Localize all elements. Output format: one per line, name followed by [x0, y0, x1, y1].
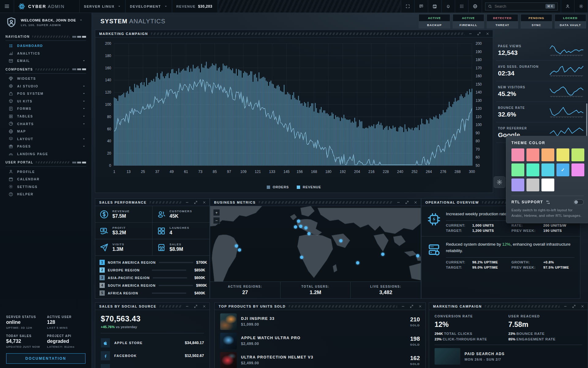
fullscreen-button[interactable] — [401, 0, 415, 13]
map-location-dot[interactable] — [381, 253, 385, 256]
social-source-row[interactable]: FACEBOOK $12,502.67 — [101, 349, 204, 362]
region-row[interactable]: 4 SOUTH AMERICA REGION $900K — [100, 282, 205, 289]
color-swatch[interactable] — [511, 163, 524, 176]
sidebar-nav-item[interactable]: FORMS — [0, 105, 92, 113]
apps-grid-button[interactable] — [455, 0, 469, 13]
region-row[interactable]: 3 ASIA-PACIFIC REGION $600K — [100, 274, 205, 282]
product-row[interactable]: APPLE WATCH ULTRA PRO $2,499.00 198 SOLD — [215, 331, 425, 351]
panel-close-button[interactable] — [417, 304, 423, 309]
campaign-stat-line: 85% ENGAGEMENT RATE — [508, 337, 582, 341]
messages-button[interactable] — [415, 0, 428, 13]
panel-close-button[interactable] — [202, 200, 207, 205]
color-swatch[interactable] — [511, 148, 524, 161]
sidebar-nav-item[interactable]: ANALYTICS — [0, 50, 92, 57]
map-zoom-in-button[interactable]: + — [213, 209, 220, 216]
panel-expand-button[interactable] — [193, 200, 198, 205]
search-box[interactable]: ⌘ K — [485, 2, 558, 10]
sidebar-nav-item[interactable]: TABLES — [0, 113, 92, 120]
panel-minimize-button[interactable] — [396, 200, 401, 205]
calendar-button[interactable]: 19 — [428, 0, 442, 13]
status-badge[interactable]: ACTIVE BACKUP — [419, 14, 450, 29]
search-input[interactable] — [495, 4, 543, 9]
color-swatch[interactable] — [526, 163, 539, 176]
sidebar-nav-item[interactable]: EMAIL — [0, 57, 92, 65]
map-location-dot[interactable] — [235, 244, 238, 248]
theme-settings-button[interactable] — [494, 176, 505, 188]
sidebar-nav-item[interactable]: SETTINGS — [0, 183, 92, 191]
sidebar-nav-item[interactable]: DASHBOARD — [0, 42, 92, 50]
user-menu-button[interactable] — [561, 0, 575, 13]
panel-minimize-button[interactable] — [468, 31, 473, 36]
campaign-stat-lines: 294K TOTAL CLICKS 23% BOUNCE RATE 23% CL… — [435, 332, 582, 341]
map-zoom-out-button[interactable]: − — [213, 217, 220, 224]
product-row[interactable]: ULTRA PROTECTION HELMET V3 $2,499.00 162… — [215, 351, 425, 368]
panel-close-button[interactable] — [202, 304, 207, 309]
product-row[interactable]: DJI INSPIRE 33 $1,099.00 210 SOLD — [215, 312, 425, 331]
map-location-dot[interactable] — [300, 256, 303, 259]
sidebar-nav-item[interactable]: CHARTS — [0, 120, 92, 128]
sidebar-nav-item[interactable]: CALENDAR — [0, 175, 92, 183]
panel-minimize-button[interactable] — [184, 304, 190, 309]
status-badge[interactable]: ACTIVE FIREWALL — [453, 14, 484, 29]
sidebar-nav-item[interactable]: UI KITS — [0, 98, 92, 105]
hamburger-menu-button[interactable] — [0, 0, 14, 13]
status-badge[interactable]: PENDING SYNC — [521, 14, 552, 29]
panel-expand-button[interactable] — [404, 200, 410, 205]
campaign-row[interactable]: PAID SEARCH ADS MON 26/6 - SUN 2/7 — [435, 348, 582, 365]
panel-minimize-button[interactable] — [400, 304, 406, 309]
rtl-toggle[interactable] — [573, 199, 584, 205]
panel-expand-button[interactable] — [193, 304, 198, 309]
map-location-dot[interactable] — [304, 226, 308, 230]
map-location-dot[interactable] — [294, 225, 297, 228]
region-row[interactable]: 1 NORTH AMERICA REGION $700K — [100, 259, 205, 266]
color-swatch[interactable] — [571, 148, 584, 161]
map-location-dot[interactable] — [339, 239, 342, 243]
panel-close-button[interactable] — [413, 200, 418, 205]
panel-close-button[interactable] — [580, 304, 585, 309]
map-location-dot[interactable] — [238, 248, 241, 251]
sidebar-nav-item[interactable]: POS SYSTEM — [0, 90, 92, 98]
brand[interactable]: CYBER ADMIN — [14, 0, 80, 13]
language-button[interactable] — [469, 0, 482, 13]
documentation-button[interactable]: DOCUMENTATION — [6, 353, 85, 364]
sidebar-nav-item[interactable]: PROFILE — [0, 168, 92, 175]
status-badge[interactable]: LOCKED DATA VAULT — [555, 14, 586, 29]
color-swatch[interactable]: ✓ — [556, 163, 569, 176]
map-location-dot[interactable] — [297, 220, 300, 223]
server-select[interactable]: SERVER LINUX — [80, 0, 126, 13]
panel-expand-button[interactable] — [571, 304, 577, 309]
settings-button[interactable] — [575, 0, 588, 13]
sidebar-nav-item[interactable]: MAP — [0, 128, 92, 135]
region-row[interactable]: 2 EUROPE REGION $850K — [100, 266, 205, 274]
panel-expand-button[interactable] — [476, 31, 482, 36]
sidebar-nav-item[interactable]: WIDGETS — [0, 75, 92, 82]
environment-select[interactable]: DEVELOPMENT — [126, 0, 172, 13]
map-location-dot[interactable] — [299, 225, 302, 228]
status-badge[interactable]: DETECTED THREAT — [487, 14, 518, 29]
map-location-dot[interactable] — [356, 261, 359, 264]
panel-expand-button[interactable] — [409, 304, 414, 309]
user-welcome[interactable]: WELCOME BACK, JOHN DOE LVL 100. SUPER AD… — [0, 13, 92, 32]
social-source-row-clipped[interactable] — [101, 362, 204, 368]
color-swatch[interactable] — [541, 178, 554, 191]
color-swatch[interactable] — [526, 148, 539, 161]
sidebar-nav-item[interactable]: PAGES — [0, 143, 92, 150]
sidebar-nav-item[interactable]: AI STUDIO — [0, 82, 92, 90]
sidebar-nav-item[interactable]: LANDING PAGE — [0, 150, 92, 158]
panel-minimize-button[interactable] — [563, 304, 568, 309]
panel-minimize-button[interactable] — [184, 200, 190, 205]
map-location-dot[interactable] — [416, 254, 419, 258]
color-swatch[interactable] — [511, 178, 524, 191]
social-source-row[interactable]: APPLE STORE $34,840.17 — [101, 336, 204, 349]
color-swatch[interactable] — [571, 163, 584, 176]
color-swatch[interactable] — [541, 148, 554, 161]
notifications-button[interactable] — [442, 0, 455, 13]
color-swatch[interactable] — [541, 163, 554, 176]
panel-close-button[interactable] — [485, 31, 490, 36]
color-swatch[interactable] — [526, 178, 539, 191]
color-swatch[interactable] — [556, 148, 569, 161]
sidebar-nav-item[interactable]: HELPER — [0, 190, 92, 198]
region-row[interactable]: 5 AFRICA REGION $400K — [100, 289, 205, 297]
sidebar-nav-item[interactable]: LAYOUT — [0, 135, 92, 143]
map-location-dot[interactable] — [307, 232, 311, 235]
